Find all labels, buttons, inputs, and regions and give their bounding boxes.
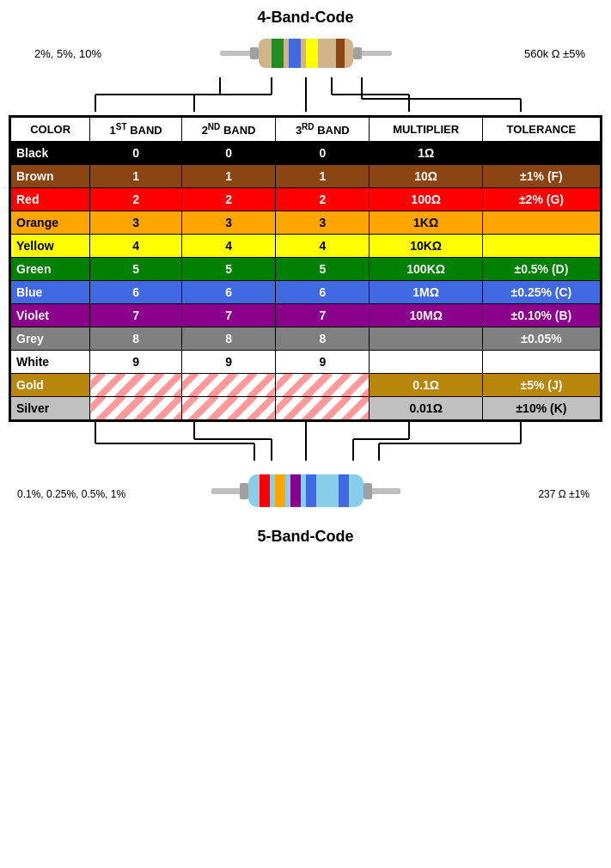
cell-band3: 6 bbox=[276, 281, 370, 304]
svg-rect-38 bbox=[240, 483, 248, 499]
cell-band2: 1 bbox=[181, 165, 275, 188]
cell-tolerance bbox=[482, 211, 600, 235]
table-row: Gold0.1Ω±5% (J) bbox=[11, 374, 601, 397]
cell-tolerance: ±2% (G) bbox=[482, 188, 600, 211]
cell-multiplier: 1KΩ bbox=[370, 211, 482, 235]
cell-multiplier: 10Ω bbox=[370, 165, 482, 188]
bottom-connector-svg bbox=[22, 422, 590, 461]
table-row: Violet77710MΩ±0.10% (B) bbox=[11, 304, 601, 327]
cell-tolerance: ±10% (K) bbox=[482, 397, 600, 420]
svg-rect-36 bbox=[211, 488, 244, 494]
cell-multiplier: 0.01Ω bbox=[370, 397, 482, 420]
cell-band2: 6 bbox=[181, 281, 275, 304]
cell-band3: 3 bbox=[276, 211, 370, 235]
svg-rect-3 bbox=[353, 47, 362, 59]
cell-band1: 5 bbox=[90, 258, 182, 281]
cell-band1 bbox=[90, 374, 182, 397]
cell-multiplier: 1Ω bbox=[370, 142, 482, 165]
cell-band2: 4 bbox=[181, 235, 275, 258]
cell-band1: 7 bbox=[90, 304, 182, 327]
header-color: COLOR bbox=[11, 118, 90, 142]
table-row: Silver0.01Ω±10% (K) bbox=[11, 397, 601, 420]
header-tolerance: TOLERANCE bbox=[482, 118, 600, 142]
cell-tolerance bbox=[482, 351, 600, 374]
cell-band1 bbox=[90, 397, 182, 420]
cell-color-name: Gold bbox=[11, 374, 90, 397]
cell-tolerance: ±5% (J) bbox=[482, 374, 600, 397]
cell-band1: 2 bbox=[90, 188, 182, 211]
cell-band3: 5 bbox=[276, 258, 370, 281]
cell-band3 bbox=[276, 374, 370, 397]
cell-band3: 7 bbox=[276, 304, 370, 327]
svg-rect-42 bbox=[275, 474, 285, 507]
header-band2: 2ND BAND bbox=[181, 118, 275, 142]
cell-band2: 0 bbox=[181, 142, 275, 165]
svg-rect-44 bbox=[306, 474, 316, 507]
five-band-tolerance-label: 0.1%, 0.25%, 0.5%, 1% bbox=[17, 488, 125, 500]
cell-band3: 9 bbox=[276, 351, 370, 374]
four-band-tolerance-label: 2%, 5%, 10% bbox=[34, 47, 101, 60]
svg-rect-8 bbox=[336, 39, 345, 68]
header-band1: 1ST BAND bbox=[90, 118, 182, 142]
five-band-resistor-area: 0.1%, 0.25%, 0.5%, 1% 237 Ω ±1% bbox=[9, 464, 602, 524]
five-band-value-label: 237 Ω ±1% bbox=[538, 488, 590, 500]
table-row: White999 bbox=[11, 351, 601, 374]
top-section: 4-Band-Code 2%, 5%, 10% 560k Ω ±5% bbox=[9, 9, 602, 112]
four-band-resistor-svg bbox=[220, 30, 392, 77]
header-band3: 3RD BAND bbox=[276, 118, 370, 142]
cell-band1: 1 bbox=[90, 165, 182, 188]
svg-rect-37 bbox=[368, 488, 400, 494]
color-code-table: COLOR 1ST BAND 2ND BAND 3RD BAND MULTIPL… bbox=[9, 115, 602, 422]
cell-color-name: Red bbox=[11, 188, 90, 211]
cell-tolerance: ±1% (F) bbox=[482, 165, 600, 188]
cell-tolerance: ±0.5% (D) bbox=[482, 258, 600, 281]
cell-tolerance: ±0.25% (C) bbox=[482, 281, 600, 304]
cell-color-name: Brown bbox=[11, 165, 90, 188]
cell-multiplier: 100Ω bbox=[370, 188, 482, 211]
cell-band2: 3 bbox=[181, 211, 275, 235]
cell-band2: 7 bbox=[181, 304, 275, 327]
cell-band2: 8 bbox=[181, 327, 275, 351]
cell-color-name: White bbox=[11, 351, 90, 374]
cell-color-name: Orange bbox=[11, 211, 90, 235]
table-row: Black0001Ω bbox=[11, 142, 601, 165]
cell-band1: 9 bbox=[90, 351, 182, 374]
svg-rect-39 bbox=[364, 483, 372, 499]
cell-band1: 6 bbox=[90, 281, 182, 304]
cell-color-name: Blue bbox=[11, 281, 90, 304]
cell-band3: 1 bbox=[276, 165, 370, 188]
svg-rect-2 bbox=[250, 47, 259, 59]
cell-tolerance: ±0.05% bbox=[482, 327, 600, 351]
cell-band3: 0 bbox=[276, 142, 370, 165]
table-row: Yellow44410KΩ bbox=[11, 235, 601, 258]
svg-rect-43 bbox=[290, 474, 301, 507]
four-band-title: 4-Band-Code bbox=[258, 9, 354, 27]
cell-band2: 2 bbox=[181, 188, 275, 211]
cell-band2 bbox=[181, 397, 275, 420]
cell-band1: 8 bbox=[90, 327, 182, 351]
table-header-row: COLOR 1ST BAND 2ND BAND 3RD BAND MULTIPL… bbox=[11, 118, 601, 142]
four-band-resistor-area: 2%, 5%, 10% 560k Ω ±5% bbox=[9, 30, 602, 77]
header-multiplier: MULTIPLIER bbox=[370, 118, 482, 142]
cell-band2: 9 bbox=[181, 351, 275, 374]
table-row: Orange3331KΩ bbox=[11, 211, 601, 235]
cell-color-name: Green bbox=[11, 258, 90, 281]
svg-rect-1 bbox=[357, 51, 392, 56]
cell-band1: 4 bbox=[90, 235, 182, 258]
svg-rect-5 bbox=[272, 39, 284, 68]
cell-band1: 0 bbox=[90, 142, 182, 165]
cell-multiplier: 10MΩ bbox=[370, 304, 482, 327]
cell-band3: 8 bbox=[276, 327, 370, 351]
bottom-section: 0.1%, 0.25%, 0.5%, 1% 237 Ω ±1% bbox=[9, 464, 602, 546]
table-row: Green555100KΩ±0.5% (D) bbox=[11, 258, 601, 281]
svg-rect-7 bbox=[306, 39, 318, 68]
four-band-value-label: 560k Ω ±5% bbox=[524, 47, 585, 60]
cell-color-name: Violet bbox=[11, 304, 90, 327]
top-connector-svg bbox=[22, 77, 590, 112]
cell-color-name: Silver bbox=[11, 397, 90, 420]
cell-multiplier bbox=[370, 351, 482, 374]
table-row: Blue6661MΩ±0.25% (C) bbox=[11, 281, 601, 304]
cell-multiplier: 100KΩ bbox=[370, 258, 482, 281]
cell-multiplier: 0.1Ω bbox=[370, 374, 482, 397]
cell-tolerance: ±0.10% (B) bbox=[482, 304, 600, 327]
